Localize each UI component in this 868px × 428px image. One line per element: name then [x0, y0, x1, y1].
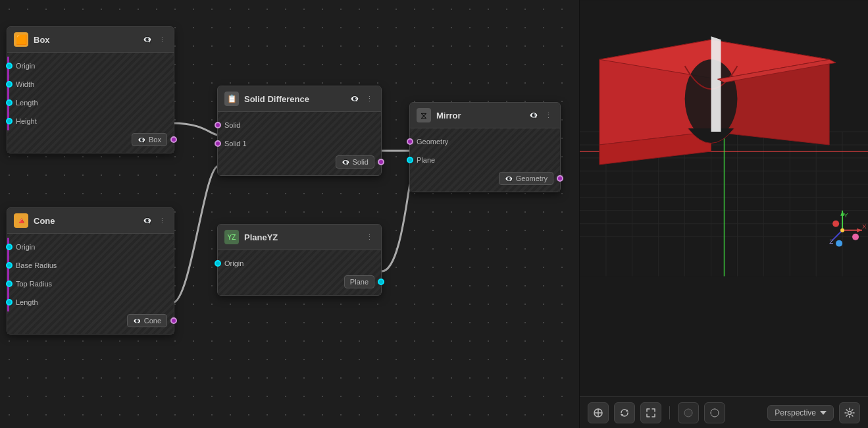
mirror-header: ⧖ Mirror 👁‍🗨 ⋮: [410, 103, 560, 128]
solid-diff-solid-out-dot[interactable]: [378, 159, 384, 165]
box-out-dot[interactable]: [170, 136, 177, 143]
perspective-dropdown[interactable]: Perspective: [767, 405, 834, 421]
box-ports: Origin Width Length Height 👁‍🗨: [7, 53, 174, 153]
solid-diff-solid-out-row: 👁‍🗨 Solid: [218, 153, 381, 171]
perspective-label: Perspective: [775, 408, 816, 417]
cone-top-port: Top Radius: [7, 275, 174, 293]
solid-diff-solid1-label: Solid 1: [224, 140, 374, 147]
viewport-svg: X Y Z: [580, 0, 868, 277]
mirror-geometry-in-port: Geometry: [410, 132, 560, 151]
planeyz-origin-dot[interactable]: [215, 260, 221, 267]
mirror-more-btn[interactable]: ⋮: [544, 110, 553, 121]
mirror-title: Mirror: [436, 111, 523, 120]
cone-base-dot[interactable]: [6, 262, 13, 269]
cone-length-dot[interactable]: [6, 299, 13, 306]
box-height-label: Height: [16, 117, 167, 125]
cone-origin-label: Origin: [16, 243, 167, 251]
svg-point-48: [711, 409, 719, 417]
planeyz-more-btn[interactable]: ⋮: [365, 232, 374, 243]
box-more-btn[interactable]: ⋮: [157, 34, 167, 45]
svg-text:Y: Y: [844, 211, 848, 219]
cone-output-row: 👁‍🗨 Cone: [7, 311, 174, 330]
mirror-plane-port: Plane: [410, 151, 560, 169]
solid-difference-title: Solid Difference: [244, 94, 344, 104]
mirror-geometry-out-badge: 👁‍🗨 Geometry: [499, 172, 553, 185]
mirror-ports: Geometry Plane 👁‍🗨 Geometry: [410, 128, 560, 192]
box-width-port: Width: [7, 75, 174, 94]
settings-btn[interactable]: [839, 402, 860, 423]
cone-base-label: Base Radius: [16, 261, 167, 269]
solid-difference-icon: 📋: [224, 92, 239, 106]
cone-out-dot[interactable]: [170, 317, 177, 324]
box-height-port: Height: [7, 112, 174, 130]
mirror-geometry-in-label: Geometry: [417, 138, 553, 146]
mirror-geometry-in-dot[interactable]: [407, 138, 413, 145]
box-node-body: Origin Width Length Height 👁‍🗨: [7, 53, 174, 153]
box-icon: 🟧: [14, 32, 28, 47]
cone-icon: 🔺: [14, 213, 28, 228]
box-node-title: Box: [34, 35, 136, 45]
planeyz-origin-port: Origin: [218, 254, 381, 273]
planeyz-node: YZ PlaneYZ ⋮ Origin Plane: [217, 224, 382, 296]
svg-point-40: [836, 240, 842, 247]
solid-diff-solid-in-dot[interactable]: [215, 122, 221, 128]
svg-point-34: [840, 228, 844, 232]
svg-point-38: [832, 221, 839, 227]
fullscreen-btn[interactable]: [640, 402, 661, 423]
box-width-dot[interactable]: [6, 81, 13, 88]
viewport: X Y Z: [579, 0, 868, 428]
planeyz-plane-out-dot[interactable]: [378, 279, 384, 285]
cone-hide-btn[interactable]: 👁‍🗨: [141, 215, 153, 227]
cone-top-dot[interactable]: [6, 281, 13, 287]
planeyz-icon: YZ: [224, 230, 239, 244]
planeyz-ports: Origin Plane: [218, 250, 381, 295]
solid-difference-node: 📋 Solid Difference 👁‍🗨 ⋮ Solid Solid 1: [217, 86, 382, 176]
planeyz-plane-out-label: Plane: [350, 278, 369, 286]
box-output-row: 👁‍🗨 Box: [7, 130, 174, 149]
solid-diff-solid1-in-dot[interactable]: [215, 140, 221, 147]
solid-diff-hide-btn[interactable]: 👁‍🗨: [349, 94, 361, 105]
cone-node-header: 🔺 Cone 👁‍🗨 ⋮: [7, 208, 174, 234]
mirror-geometry-out-dot[interactable]: [557, 175, 563, 182]
solid-difference-ports: Solid Solid 1 👁‍🗨 Solid: [218, 112, 381, 175]
solid-difference-header: 📋 Solid Difference 👁‍🗨 ⋮: [218, 86, 381, 112]
sphere-btn[interactable]: [678, 402, 699, 423]
cone-base-port: Base Radius: [7, 256, 174, 275]
solid-diff-solid1-port: Solid 1: [218, 134, 381, 153]
box-length-label: Length: [16, 99, 167, 107]
box-origin-dot[interactable]: [6, 63, 13, 69]
cone-origin-dot[interactable]: [6, 244, 13, 250]
mirror-actions: 👁‍🗨 ⋮: [528, 110, 553, 121]
material-btn[interactable]: [704, 402, 725, 423]
box-height-dot[interactable]: [6, 118, 13, 124]
box-width-label: Width: [16, 80, 167, 88]
box-node-header: 🟧 Box 👁‍🗨 ⋮: [7, 27, 174, 53]
box-length-port: Length: [7, 94, 174, 112]
solid-diff-solid-out-badge: 👁‍🗨 Solid: [336, 155, 374, 169]
mirror-plane-dot[interactable]: [407, 157, 413, 163]
mirror-node: ⧖ Mirror 👁‍🗨 ⋮ Geometry Plane: [409, 102, 561, 192]
solid-diff-more-btn[interactable]: ⋮: [365, 94, 374, 105]
mirror-geometry-out-row: 👁‍🗨 Geometry: [410, 169, 560, 188]
cone-more-btn[interactable]: ⋮: [157, 215, 167, 227]
cone-node-title: Cone: [34, 216, 136, 226]
box-node-actions: 👁‍🗨 ⋮: [141, 34, 167, 45]
cone-node-body: Origin Base Radius Top Radius Length 👁‍🗨: [7, 234, 174, 334]
planeyz-origin-label: Origin: [224, 259, 374, 267]
box-length-dot[interactable]: [6, 99, 13, 106]
solid-diff-solid-label: Solid: [224, 121, 374, 129]
svg-point-46: [684, 409, 692, 417]
cone-length-label: Length: [16, 298, 167, 306]
box-hide-btn[interactable]: 👁‍🗨: [141, 34, 153, 45]
solid-diff-solid-out-label: Solid: [353, 158, 369, 166]
cone-origin-port: Origin: [7, 238, 174, 256]
cone-node: 🔺 Cone 👁‍🗨 ⋮ Origin Base Radius Top: [7, 207, 174, 334]
box-origin-label: Origin: [16, 62, 167, 70]
refresh-btn[interactable]: [614, 402, 635, 423]
solid-difference-body: Solid Solid 1 👁‍🗨 Solid: [218, 112, 381, 175]
box-output-badge: 👁‍🗨 Box: [132, 133, 167, 146]
mirror-hide-btn[interactable]: 👁‍🗨: [528, 110, 540, 121]
cursor-tool-btn[interactable]: [588, 402, 609, 423]
cone-node-actions: 👁‍🗨 ⋮: [141, 215, 167, 227]
box-node: 🟧 Box 👁‍🗨 ⋮ Origin Width Length: [7, 26, 174, 153]
